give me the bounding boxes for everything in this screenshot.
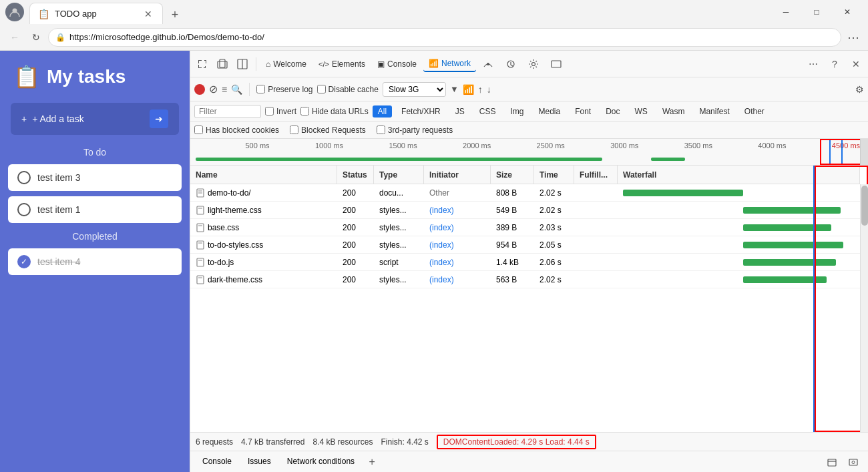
- task-checkbox-checked[interactable]: ✓: [17, 255, 31, 268]
- task-item-completed[interactable]: ✓ test item 4: [8, 248, 182, 275]
- filter-manifest[interactable]: Manifest: [694, 105, 734, 117]
- disable-cache-label[interactable]: Disable cache: [317, 85, 379, 94]
- blocked-requests-checkbox[interactable]: [290, 126, 298, 134]
- devtools-help-button[interactable]: ?: [825, 55, 844, 73]
- filter-font[interactable]: Font: [570, 105, 596, 117]
- network-settings-icon[interactable]: ⚙: [855, 84, 864, 95]
- network-row[interactable]: to-do-styles.css 200 styles... (index) 9…: [190, 236, 860, 254]
- close-button[interactable]: ✕: [832, 1, 863, 23]
- row-type: docu...: [374, 184, 424, 201]
- hide-data-urls-label[interactable]: Hide data URLs: [300, 107, 369, 116]
- header-time[interactable]: Time: [534, 166, 574, 184]
- network-row[interactable]: base.css 200 styles... (index) 389 B 2.0…: [190, 219, 860, 236]
- row-size: 954 B: [491, 236, 534, 253]
- address-bar[interactable]: 🔒 https://microsoftedge.github.io/Demos/…: [48, 28, 841, 47]
- filter-css[interactable]: CSS: [474, 105, 501, 117]
- timeline-label-2500: 2500 ms: [491, 142, 565, 150]
- tab-console[interactable]: ▣ Console: [372, 57, 422, 71]
- task-item[interactable]: test item 3: [8, 164, 182, 191]
- filter-all[interactable]: All: [373, 105, 392, 117]
- minimize-button[interactable]: ─: [771, 1, 801, 23]
- network-row[interactable]: demo-to-do/ 200 docu... Other 808 B 2.02…: [190, 184, 860, 202]
- preserve-log-label[interactable]: Preserve log: [256, 85, 312, 94]
- devtools-screenshot-button[interactable]: [844, 453, 863, 471]
- maximize-button[interactable]: □: [801, 1, 832, 23]
- timeline-scrollbar[interactable]: [860, 139, 868, 165]
- header-waterfall[interactable]: Waterfall: [618, 166, 860, 184]
- filter-img[interactable]: Img: [505, 105, 529, 117]
- task-checkbox[interactable]: [17, 203, 31, 216]
- filter-toggle-button[interactable]: ≡: [222, 84, 227, 95]
- network-conditions-icon[interactable]: 📶: [463, 84, 474, 95]
- hide-data-urls-checkbox[interactable]: [300, 107, 309, 115]
- active-tab[interactable]: 📋 TODO app ✕: [29, 3, 163, 24]
- filter-input[interactable]: [194, 105, 261, 118]
- network-row[interactable]: dark-theme.css 200 styles... (index) 563…: [190, 271, 860, 288]
- network-row[interactable]: to-do.js 200 script (index) 1.4 kB 2.06 …: [190, 254, 860, 271]
- panel-layout-button[interactable]: [233, 55, 252, 73]
- tab-settings[interactable]: [523, 56, 544, 72]
- refresh-button[interactable]: ↻: [27, 28, 45, 47]
- tab-elements[interactable]: </> Elements: [313, 57, 371, 71]
- network-scrollbar[interactable]: [860, 184, 868, 432]
- tab-close-button[interactable]: ✕: [142, 8, 154, 20]
- back-button[interactable]: ←: [5, 28, 24, 47]
- row-initiator: Other: [424, 184, 491, 201]
- bottom-tab-network-conditions[interactable]: Network conditions: [280, 454, 361, 470]
- scrollbar-thumb[interactable]: [861, 186, 868, 226]
- search-button[interactable]: 🔍: [231, 84, 242, 95]
- device-toolbar-button[interactable]: [213, 55, 232, 73]
- throttle-select[interactable]: Slow 3G Fast 3G No throttling: [383, 82, 446, 97]
- devtools-more-button[interactable]: ⋯: [804, 55, 823, 73]
- third-party-label[interactable]: 3rd-party requests: [377, 126, 453, 135]
- preserve-log-checkbox[interactable]: [256, 85, 265, 93]
- throttle-dropdown-icon[interactable]: ▼: [450, 84, 459, 94]
- tab-memory[interactable]: [500, 56, 521, 72]
- filter-wasm[interactable]: Wasm: [657, 105, 690, 117]
- task-checkbox[interactable]: [17, 171, 31, 184]
- filter-ws[interactable]: WS: [630, 105, 653, 117]
- initiator-link[interactable]: (index): [429, 206, 454, 215]
- clear-button[interactable]: ⊘: [209, 83, 218, 95]
- tab-network[interactable]: 📶 Network: [423, 56, 476, 72]
- invert-checkbox[interactable]: [265, 107, 274, 115]
- tab-responsive[interactable]: [546, 56, 567, 72]
- initiator-link[interactable]: (index): [429, 275, 454, 284]
- row-waterfall: [618, 184, 860, 201]
- tab-performance-icon[interactable]: [477, 56, 499, 72]
- initiator-link[interactable]: (index): [429, 258, 454, 267]
- more-options-button[interactable]: ⋯: [844, 28, 863, 47]
- tab-welcome[interactable]: ⌂ Welcome: [260, 57, 312, 71]
- header-initiator[interactable]: Initiator: [424, 166, 491, 184]
- has-blocked-cookies-label[interactable]: Has blocked cookies: [194, 126, 279, 135]
- new-tab-button[interactable]: +: [166, 5, 184, 24]
- has-blocked-cookies-checkbox[interactable]: [194, 126, 203, 134]
- inspect-element-button[interactable]: [193, 55, 212, 73]
- devtools-undock-button[interactable]: [823, 453, 841, 471]
- header-type[interactable]: Type: [374, 166, 424, 184]
- filter-doc[interactable]: Doc: [600, 105, 625, 117]
- bottom-tab-issues[interactable]: Issues: [241, 454, 278, 470]
- header-fulfill[interactable]: Fulfill...: [574, 166, 618, 184]
- invert-label[interactable]: Invert: [265, 107, 296, 116]
- disable-cache-checkbox[interactable]: [317, 85, 326, 93]
- devtools-close-button[interactable]: ✕: [847, 55, 865, 73]
- third-party-checkbox[interactable]: [377, 126, 385, 134]
- blocked-requests-label[interactable]: Blocked Requests: [290, 126, 366, 135]
- filter-other[interactable]: Other: [739, 105, 770, 117]
- svg-rect-23: [849, 459, 857, 465]
- initiator-link[interactable]: (index): [429, 240, 454, 250]
- header-name[interactable]: Name: [190, 166, 337, 184]
- network-row[interactable]: light-theme.css 200 styles... (index) 54…: [190, 202, 860, 219]
- header-size[interactable]: Size: [491, 166, 534, 184]
- bottom-tab-console[interactable]: Console: [196, 454, 238, 470]
- header-status[interactable]: Status: [337, 166, 374, 184]
- filter-fetch-xhr[interactable]: Fetch/XHR: [396, 105, 446, 117]
- initiator-link[interactable]: (index): [429, 223, 454, 232]
- bottom-tab-add-button[interactable]: +: [364, 454, 380, 470]
- add-task-button[interactable]: + + Add a task ➜: [11, 103, 179, 135]
- record-button[interactable]: [194, 84, 205, 95]
- filter-js[interactable]: JS: [450, 105, 470, 117]
- task-item[interactable]: test item 1: [8, 196, 182, 223]
- filter-media[interactable]: Media: [533, 105, 566, 117]
